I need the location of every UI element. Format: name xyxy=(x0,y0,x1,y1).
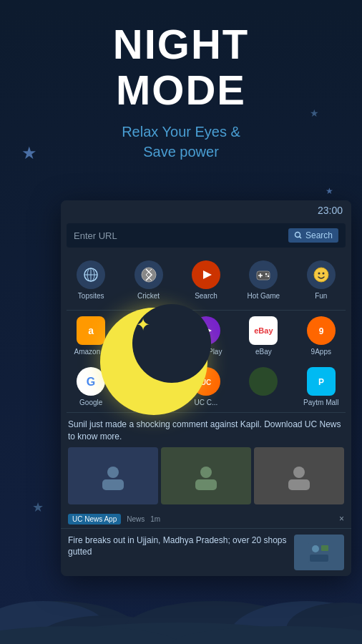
news-item2-content: Fire breaks out in Ujjain, Madhya Prades… xyxy=(68,535,288,570)
paytm-icon: P xyxy=(307,367,336,396)
ebay-label: eBay xyxy=(255,348,272,356)
topsites-icon xyxy=(77,260,105,289)
svg-point-14 xyxy=(265,275,267,277)
search-label: Search xyxy=(305,230,333,240)
fun-label: Fun xyxy=(315,292,327,300)
svg-rect-41 xyxy=(321,545,328,551)
svg-rect-40 xyxy=(310,555,328,562)
quicklink-fun[interactable]: Fun xyxy=(294,256,348,304)
slot4-icon xyxy=(249,367,278,396)
news-item-2: Fire breaks out in Ujjain, Madhya Prades… xyxy=(61,528,351,576)
news-images-row xyxy=(68,447,344,504)
browser-mockup: 23:00 Enter URL Search Topsites xyxy=(61,200,351,576)
app-9apps[interactable]: 9 9Apps xyxy=(294,313,348,358)
news-close-button[interactable]: × xyxy=(339,514,344,524)
app-uc[interactable]: UC UC C... xyxy=(179,364,233,409)
ucnews-label: UC News xyxy=(133,348,163,356)
url-bar[interactable]: Enter URL Search xyxy=(67,223,346,248)
news-image-3 xyxy=(254,447,344,504)
app-amazon[interactable]: a Amazon.in xyxy=(64,313,118,358)
hero-title-line1: NIGHT xyxy=(0,21,362,67)
ucnews-icon: UC xyxy=(134,316,163,345)
svg-point-32 xyxy=(107,467,119,478)
quick-links-row: Topsites Cricket Search xyxy=(61,250,351,310)
google-label: Google xyxy=(79,399,102,406)
hotgame-label: Hot Game xyxy=(248,292,280,300)
svg-rect-35 xyxy=(195,479,217,490)
news-category: News xyxy=(127,515,145,523)
svg-point-16 xyxy=(314,268,328,282)
svg-text:UC: UC xyxy=(143,328,153,336)
svg-text:G: G xyxy=(87,376,95,388)
svg-text:P: P xyxy=(318,377,324,387)
svg-text:UC: UC xyxy=(201,379,211,386)
browser-statusbar: 23:00 xyxy=(61,200,351,220)
svg-line-1 xyxy=(299,237,301,239)
svg-point-39 xyxy=(312,545,319,552)
app-videoplay[interactable]: VideoPlay xyxy=(179,313,233,358)
svg-text:9: 9 xyxy=(318,326,323,336)
news-image-2 xyxy=(161,447,251,504)
news-item2-title: Fire breaks out in Ujjain, Madhya Prades… xyxy=(68,535,288,559)
news-tag-bar: UC News App News 1m × xyxy=(61,510,351,528)
svg-point-17 xyxy=(318,273,320,275)
quicklink-topsites[interactable]: Topsites xyxy=(64,256,118,304)
star-small-3: ★ xyxy=(326,186,333,196)
news-item2-thumbnail xyxy=(294,535,344,570)
google-icon: G xyxy=(77,367,105,396)
facebook-icon: f xyxy=(134,367,163,396)
uc-label: UC C... xyxy=(195,399,218,406)
app-slot4 xyxy=(236,364,290,409)
news-headline: Sunil just made a shocking comment again… xyxy=(68,419,344,443)
svg-point-13 xyxy=(268,275,269,277)
browser-time: 23:00 xyxy=(318,205,343,216)
app-facebook[interactable]: f Facebook xyxy=(121,364,175,409)
facebook-label: Facebook xyxy=(133,399,165,406)
videoplay-label: VideoPlay xyxy=(190,348,222,356)
app-links-row2: G Google f Facebook UC UC C... xyxy=(61,361,351,412)
app-google[interactable]: G Google xyxy=(64,364,118,409)
topsites-label: Topsites xyxy=(78,292,104,300)
app-paytm[interactable]: P Paytm Mall xyxy=(294,364,348,409)
news-section-1: Sunil just made a shocking comment again… xyxy=(61,413,351,510)
news-image-1 xyxy=(68,447,158,504)
quicklink-search[interactable]: Search xyxy=(179,256,233,304)
svg-point-15 xyxy=(268,273,269,275)
search-icon xyxy=(294,231,303,240)
hero-title: NIGHT MODE xyxy=(0,21,362,113)
hero-section: NIGHT MODE Relax Your Eyes &Save power xyxy=(0,21,362,162)
svg-point-12 xyxy=(265,273,267,275)
svg-point-0 xyxy=(295,233,300,238)
news-tag: UC News App xyxy=(68,514,121,525)
svg-rect-33 xyxy=(102,479,124,490)
cricket-label: Cricket xyxy=(137,292,160,300)
app-links-row1: a Amazon.in UC UC News VideoPlay xyxy=(61,311,351,361)
svg-rect-37 xyxy=(288,479,310,490)
svg-point-6 xyxy=(142,268,156,282)
nineapps-label: 9Apps xyxy=(311,348,331,356)
amazon-icon: a xyxy=(77,316,105,345)
hero-title-line2: MODE xyxy=(0,67,362,113)
svg-point-36 xyxy=(293,467,305,478)
hotgame-icon xyxy=(249,260,278,289)
search-label-ql: Search xyxy=(195,292,217,300)
ebay-icon: eBay xyxy=(249,316,278,345)
hero-subtitle: Relax Your Eyes &Save power xyxy=(0,122,362,162)
nineapps-icon: 9 xyxy=(307,316,336,345)
svg-point-18 xyxy=(322,273,324,275)
news-time: 1m xyxy=(150,515,160,523)
app-ebay[interactable]: eBay eBay xyxy=(236,313,290,358)
star-bottom-left: ★ xyxy=(32,499,44,515)
quicklink-cricket[interactable]: Cricket xyxy=(121,256,175,304)
videoplay-icon xyxy=(192,316,220,345)
search-button[interactable]: Search xyxy=(288,228,338,243)
search-uc-icon xyxy=(192,260,220,289)
amazon-label: Amazon.in xyxy=(74,348,108,356)
svg-point-34 xyxy=(200,467,212,478)
app-ucnews[interactable]: UC UC News xyxy=(121,313,175,358)
quicklink-hotgame[interactable]: Hot Game xyxy=(236,256,290,304)
url-placeholder: Enter URL xyxy=(74,230,288,241)
fun-icon xyxy=(307,260,336,289)
paytm-label: Paytm Mall xyxy=(303,399,338,406)
cricket-icon xyxy=(134,260,163,289)
